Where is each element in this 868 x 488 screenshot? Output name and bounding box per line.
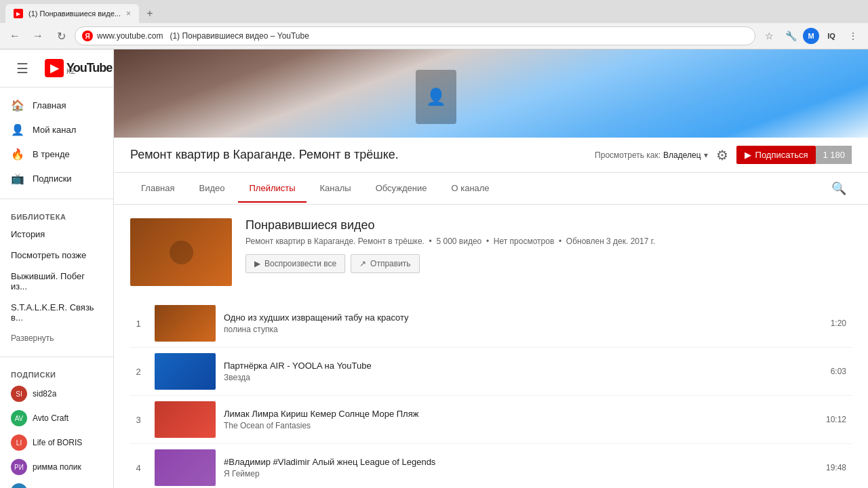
video-list-item[interactable]: 2Партнёрка AIR - YOOLA на YouTubeЗвезда6… <box>130 348 852 396</box>
my-channel-icon: 👤 <box>11 123 24 136</box>
video-number: 2 <box>130 367 146 377</box>
video-list-item[interactable]: 4#Владимир #Vladimir Алый жнец League of… <box>130 444 852 488</box>
sidebar-item-my-channel[interactable]: 👤 Мой канал <box>0 117 113 142</box>
iq-icon[interactable]: IQ <box>822 26 841 45</box>
video-channel[interactable]: The Ocean of Fantasies <box>224 421 818 430</box>
channel-settings-icon[interactable]: ⚙ <box>716 147 728 163</box>
video-list-item[interactable]: 3Лимак Лимра Кириш Кемер Солнце Море Пля… <box>130 396 852 444</box>
tab-channels[interactable]: Каналы <box>309 175 362 203</box>
video-duration: 10:12 <box>826 415 846 424</box>
play-all-button[interactable]: ▶ Воспроизвести все <box>245 254 345 273</box>
divider-2 <box>0 357 113 357</box>
tab-close-btn[interactable]: × <box>126 9 131 18</box>
playlist-section: Понравившиеся видео Ремонт квартир в Кар… <box>114 205 868 488</box>
sidebar-subscription-item[interactable]: SIsid82a <box>0 382 113 406</box>
sub-avatar: LI <box>11 434 27 451</box>
sidebar-subscription-item[interactable]: САсамоделки 62 <box>0 479 113 488</box>
subscriptions-section: ПОДПИСКИ SIsid82aAVAvto CraftLILife of B… <box>0 360 113 488</box>
tab-home[interactable]: Главная <box>130 175 185 203</box>
channel-search-icon[interactable]: 🔍 <box>826 173 852 204</box>
view-as-selector[interactable]: Просмотреть как: Владелец ▾ <box>595 150 707 160</box>
playlist-thumbnail <box>130 218 232 286</box>
video-number: 4 <box>130 463 146 473</box>
bookmark-icon[interactable]: ☆ <box>760 26 778 45</box>
sidebar-item-home-label: Главная <box>33 100 66 110</box>
sidebar-subscription-item[interactable]: LILife of BORIS <box>0 430 113 455</box>
channel-info: Ремонт квартир в Караганде. Ремонт в трё… <box>114 138 868 173</box>
tab-title: (1) Понравившиеся виде... <box>28 9 121 18</box>
sidebar-item-subscriptions-label: Подписки <box>33 174 72 184</box>
subscriptions-list: SIsid82aAVAvto CraftLILife of BORISРИрим… <box>0 382 113 488</box>
video-channel[interactable]: Звезда <box>224 373 823 382</box>
expand-label: Развернуть <box>11 333 54 343</box>
trending-icon: 🔥 <box>11 147 24 161</box>
video-channel[interactable]: полина ступка <box>224 325 823 334</box>
share-button[interactable]: ↗ Отправить <box>351 254 420 273</box>
tab-about[interactable]: О канале <box>440 175 500 203</box>
sidebar-item-playlist-1[interactable]: Выживший. Побег из... <box>0 266 113 297</box>
view-as-value: Владелец <box>663 150 701 160</box>
playlist-header: Понравившиеся видео Ремонт квартир в Кар… <box>130 218 852 286</box>
channel-meta-right: Просмотреть как: Владелец ▾ ⚙ ▶ Подписат… <box>595 146 852 164</box>
sub-label: sid82a <box>33 389 56 399</box>
new-tab-btn[interactable]: + <box>142 5 158 22</box>
sidebar-item-my-channel-label: Мой канал <box>33 125 76 135</box>
video-thumbnail <box>155 401 216 438</box>
playlist-info: Понравившиеся видео Ремонт квартир в Кар… <box>245 218 852 286</box>
video-thumbnail <box>155 449 216 486</box>
share-icon: ↗ <box>359 259 366 268</box>
address-url: www.youtube.com (1) Понравившиеся видео … <box>97 31 748 41</box>
video-title[interactable]: Одно из худших извращений табу на красот… <box>224 312 823 323</box>
sub-avatar: SI <box>11 386 27 402</box>
extensions-icon[interactable]: 🔧 <box>781 26 800 45</box>
active-tab[interactable]: ▶ (1) Понравившиеся виде... × <box>5 4 139 23</box>
playlist-meta: Ремонт квартир в Карагандe. Ремонт в трё… <box>245 237 852 246</box>
video-title[interactable]: Лимак Лимра Кириш Кемер Солнце Море Пляж <box>224 409 818 419</box>
video-duration: 19:48 <box>826 463 846 472</box>
forward-btn[interactable]: → <box>28 26 47 45</box>
playlist-views: Нет просмотров <box>494 237 555 246</box>
address-bar[interactable]: Я www.youtube.com (1) Понравившиеся виде… <box>75 26 755 45</box>
subscribe-icon: ▶ <box>745 150 751 160</box>
video-number: 1 <box>130 319 146 329</box>
tab-videos[interactable]: Видео <box>188 175 235 203</box>
play-all-label: Воспроизвести все <box>264 259 336 268</box>
video-details: #Владимир #Vladimir Алый жнец League of … <box>224 457 818 479</box>
yt-logo[interactable]: ▶ YouTube KZ <box>45 59 112 77</box>
sidebar-item-playlist-1-label: Выживший. Побег из... <box>11 271 102 291</box>
tab-bar: ▶ (1) Понравившиеся виде... × + <box>0 0 868 23</box>
video-title[interactable]: Партнёрка AIR - YOOLA на YouTube <box>224 361 823 371</box>
home-icon: 🏠 <box>11 98 24 112</box>
yt-header: ☰ ▶ YouTube KZ <box>0 49 113 87</box>
library-section: БИБЛИОТЕКА История Посмотреть позже Выжи… <box>0 202 113 354</box>
sidebar-expand-btn[interactable]: Развернуть <box>0 328 113 348</box>
sidebar-item-subscriptions[interactable]: 📺 Подписки <box>0 166 113 190</box>
sidebar-item-watch-later[interactable]: Посмотреть позже <box>0 245 113 266</box>
tab-discussion[interactable]: Обсуждение <box>365 175 438 203</box>
video-list-item[interactable]: 1Одно из худших извращений табу на красо… <box>130 300 852 348</box>
refresh-btn[interactable]: ↻ <box>52 26 71 45</box>
sidebar-item-watch-later-label: Посмотреть позже <box>11 250 86 260</box>
tab-playlists[interactable]: Плейлисты <box>238 175 306 203</box>
playlist-actions: ▶ Воспроизвести все ↗ Отправить <box>245 254 852 273</box>
subscribe-button[interactable]: ▶ Подписаться <box>736 146 816 164</box>
sub-label: римма полик <box>33 462 81 472</box>
sidebar: ☰ ▶ YouTube KZ 🏠 Главная 👤 Мой канал 🔥 В… <box>0 49 114 488</box>
playlist-channel: Ремонт квартир в Карагандe. Ремонт в трё… <box>245 237 425 246</box>
video-title[interactable]: #Владимир #Vladimir Алый жнец League of … <box>224 457 818 467</box>
sidebar-item-history[interactable]: История <box>0 224 113 245</box>
sidebar-item-playlist-2[interactable]: S.T.A.L.K.E.R. Связь в... <box>0 297 113 328</box>
back-btn[interactable]: ← <box>5 26 24 45</box>
video-number: 3 <box>130 415 146 425</box>
hamburger-icon[interactable]: ☰ <box>11 55 34 82</box>
sub-label: Life of BORIS <box>33 438 82 447</box>
profile-icon[interactable]: М <box>803 28 819 44</box>
sidebar-item-trending[interactable]: 🔥 В тренде <box>0 142 113 166</box>
menu-icon[interactable]: ⋮ <box>844 26 863 45</box>
sidebar-item-home[interactable]: 🏠 Главная <box>0 93 113 117</box>
toolbar-icons: ☆ 🔧 М IQ ⋮ <box>760 26 863 45</box>
main-content: 👤 Ремонт квартир в Караганде. Ремонт в т… <box>114 49 868 488</box>
sidebar-subscription-item[interactable]: РИримма полик <box>0 455 113 479</box>
video-channel[interactable]: Я Геймер <box>224 469 818 479</box>
sidebar-subscription-item[interactable]: AVAvto Craft <box>0 406 113 430</box>
